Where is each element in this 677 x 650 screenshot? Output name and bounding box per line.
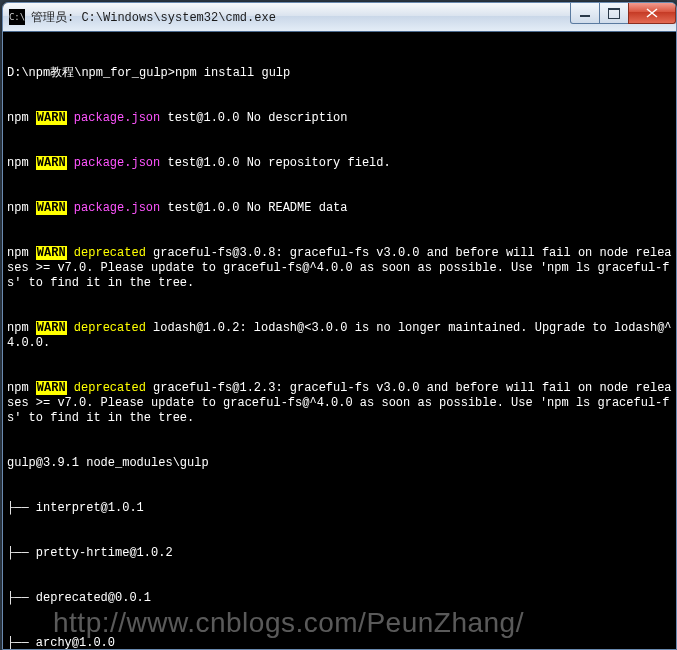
warn-line: npm WARN package.json test@1.0.0 No repo… xyxy=(7,156,672,171)
window-controls xyxy=(571,3,676,23)
warn-badge: WARN xyxy=(36,111,67,125)
minimize-button[interactable] xyxy=(570,3,600,24)
cmd-window: C:\ 管理员: C:\Windows\system32\cmd.exe D:\… xyxy=(2,2,677,650)
typed-command: npm install gulp xyxy=(175,66,290,80)
warn-badge: WARN xyxy=(36,246,67,260)
cmd-icon: C:\ xyxy=(9,9,25,25)
warn-line: npm WARN deprecated graceful-fs@3.0.8: g… xyxy=(7,246,672,291)
prompt-line: D:\npm教程\npm_for_gulp>npm install gulp xyxy=(7,66,672,81)
warn-line: npm WARN package.json test@1.0.0 No desc… xyxy=(7,111,672,126)
warn-line: npm WARN deprecated graceful-fs@1.2.3: g… xyxy=(7,381,672,426)
tree-item: ├── pretty-hrtime@1.0.2 xyxy=(7,546,672,561)
tree-item: ├── deprecated@0.0.1 xyxy=(7,591,672,606)
warn-badge: WARN xyxy=(36,156,67,170)
titlebar[interactable]: C:\ 管理员: C:\Windows\system32\cmd.exe xyxy=(3,3,676,32)
prompt-path: D:\npm教程\npm_for_gulp> xyxy=(7,66,175,80)
tree-item: ├── archy@1.0.0 xyxy=(7,636,672,650)
minimize-icon xyxy=(580,15,590,17)
tree-root: gulp@3.9.1 node_modules\gulp xyxy=(7,456,672,471)
window-title: 管理员: C:\Windows\system32\cmd.exe xyxy=(31,9,276,26)
warn-badge: WARN xyxy=(36,321,67,335)
warn-badge: WARN xyxy=(36,201,67,215)
warn-badge: WARN xyxy=(36,381,67,395)
warn-line: npm WARN package.json test@1.0.0 No READ… xyxy=(7,201,672,216)
warn-line: npm WARN deprecated lodash@1.0.2: lodash… xyxy=(7,321,672,351)
terminal-output[interactable]: D:\npm教程\npm_for_gulp>npm install gulp n… xyxy=(3,32,676,650)
close-button[interactable] xyxy=(628,3,676,24)
maximize-icon xyxy=(608,8,620,19)
close-icon xyxy=(646,8,658,18)
tree-item: ├── interpret@1.0.1 xyxy=(7,501,672,516)
maximize-button[interactable] xyxy=(599,3,629,24)
